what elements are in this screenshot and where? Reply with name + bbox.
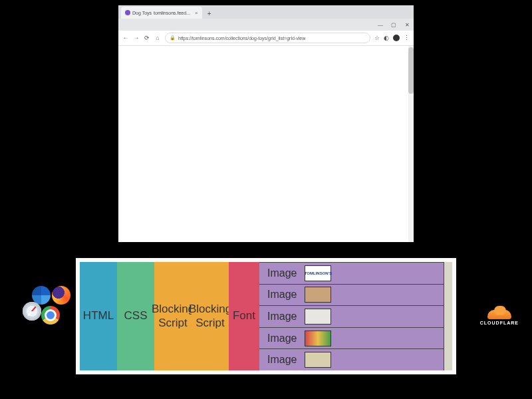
image-row: Image (259, 327, 444, 349)
browser-window: Dog Toys tomlinsons.feed... × + — ▢ ✕ ← … (118, 5, 414, 242)
new-tab-button[interactable]: + (205, 9, 214, 19)
image-row: Image (259, 305, 444, 327)
profile-avatar-icon[interactable] (393, 35, 400, 41)
image-label: Image (267, 354, 297, 366)
window-minimize-icon[interactable]: — (374, 22, 387, 28)
firefox-icon (52, 286, 70, 305)
block-blocking-script-1: Blocking Script (154, 262, 192, 370)
image-row: Image (259, 348, 444, 370)
url-text: https://tomlinsons.com/collections/dog-t… (178, 36, 305, 41)
image-thumb-logo: TOMLINSON'S (305, 265, 331, 281)
tab-bar: Dog Toys tomlinsons.feed... × + (118, 5, 414, 19)
tab-title: tomlinsons.feed... (154, 11, 190, 15)
url-bar[interactable]: 🔒 https://tomlinsons.com/collections/dog… (165, 33, 370, 43)
image-thumb (305, 287, 331, 303)
window-maximize-icon[interactable]: ▢ (387, 22, 400, 28)
back-icon[interactable]: ← (122, 35, 129, 41)
browser-logos (23, 286, 76, 331)
image-thumb (305, 309, 331, 325)
waterfall-panel: HTML CSS Blocking Script Blocking Script… (76, 258, 456, 374)
close-tab-icon[interactable]: × (195, 10, 198, 16)
scrollbar-thumb[interactable] (408, 47, 414, 94)
image-thumb (305, 352, 331, 368)
bookmark-star-icon[interactable]: ☆ (374, 35, 380, 41)
image-label: Image (267, 289, 297, 301)
browser-toolbar: ← → ⟳ ⌂ 🔒 https://tomlinsons.com/collect… (118, 31, 414, 46)
block-html: HTML (80, 262, 117, 370)
chrome-icon (41, 306, 60, 325)
waterfall: HTML CSS Blocking Script Blocking Script… (80, 262, 452, 370)
cloudflare-wordmark: CLOUDFLARE (480, 321, 519, 325)
page-viewport (118, 46, 414, 242)
image-row: Image (259, 284, 444, 306)
safari-icon (23, 302, 41, 321)
reload-icon[interactable]: ⟳ (144, 35, 150, 41)
browser-tab[interactable]: Dog Toys tomlinsons.feed... × (121, 7, 202, 19)
image-label: Image (267, 267, 297, 279)
forward-icon[interactable]: → (133, 35, 140, 41)
kebab-menu-icon[interactable]: ⋮ (404, 35, 410, 41)
image-label: Image (267, 311, 297, 323)
block-font: Font (229, 262, 259, 370)
image-row: Image TOMLINSON'S (259, 262, 444, 284)
lock-icon: 🔒 (170, 35, 176, 41)
block-blocking-script-2: Blocking Script (192, 262, 229, 370)
cloudflare-cloud-icon (485, 306, 514, 319)
home-icon[interactable]: ⌂ (154, 35, 161, 41)
images-column: Image TOMLINSON'S Image Image Image Imag… (259, 262, 444, 370)
block-css: CSS (117, 262, 154, 370)
tab-icon-label: Dog Toys (132, 11, 152, 15)
image-label: Image (267, 332, 297, 344)
waterfall-tail (444, 262, 452, 370)
tab-favicon (125, 10, 130, 15)
window-titlebar: — ▢ ✕ (118, 19, 414, 31)
extension-icon[interactable]: ◐ (384, 35, 389, 41)
window-close-icon[interactable]: ✕ (400, 22, 414, 28)
cloudflare-logo: CLOUDFLARE (480, 306, 519, 325)
image-thumb (305, 331, 331, 346)
